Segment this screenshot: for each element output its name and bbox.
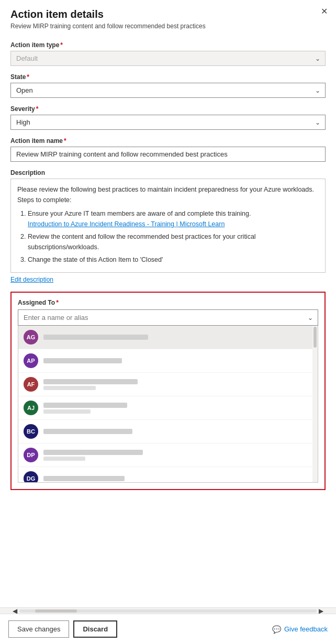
list-item[interactable]: DG [18, 467, 318, 483]
assigned-to-search-wrapper: ⌄ [18, 309, 318, 326]
state-dropdown-wrapper: Open ⌄ [10, 83, 326, 98]
action-item-name-label: Action item name* [10, 137, 326, 145]
user-name [43, 335, 148, 340]
feedback-icon: 💬 [272, 625, 281, 634]
avatar: BC [24, 424, 38, 439]
avatar: DP [24, 448, 38, 462]
list-item[interactable]: DP [18, 443, 318, 467]
description-field: Description Please review the following … [10, 169, 326, 283]
list-item[interactable]: AP [18, 349, 318, 373]
h-scroll-thumb[interactable] [35, 609, 77, 613]
severity-field: Severity* High ⌄ [10, 105, 326, 130]
user-info [43, 379, 138, 390]
user-info [43, 358, 122, 363]
description-step-1: Ensure your Azure IT team members are aw… [28, 208, 319, 229]
chevron-down-icon: ⌄ [308, 314, 313, 321]
avatar: AF [24, 377, 38, 392]
give-feedback-button[interactable]: 💬 Give feedback [272, 625, 328, 634]
description-step-3: Change the state of this Action Item to … [28, 254, 319, 265]
action-item-name-input[interactable] [10, 147, 326, 162]
description-steps: Ensure your Azure IT team members are aw… [17, 208, 319, 265]
list-item[interactable]: AJ [18, 396, 318, 420]
description-label: Description [10, 169, 326, 176]
action-item-panel: Action item details Review MIRP training… [0, 0, 336, 644]
action-item-type-field: Action item type* Default ⌄ [10, 41, 326, 66]
user-name [43, 403, 127, 408]
h-scroll-track [19, 609, 317, 613]
assigned-to-input[interactable] [18, 309, 318, 326]
footer: Save changes Discard 💬 Give feedback [0, 614, 336, 644]
action-item-type-dropdown-wrapper: Default ⌄ [10, 51, 326, 66]
avatar: AJ [24, 401, 38, 415]
panel-header: Action item details Review MIRP training… [0, 0, 336, 34]
description-link[interactable]: Introduction to Azure Incident Readiness… [28, 220, 225, 228]
user-info [43, 335, 148, 340]
user-name [43, 379, 138, 384]
state-dropdown[interactable]: Open [10, 83, 326, 98]
user-name [43, 358, 122, 363]
panel-title: Action item details [10, 8, 326, 20]
severity-dropdown-wrapper: High ⌄ [10, 115, 326, 130]
spacer [10, 490, 326, 532]
state-label: State* [10, 73, 326, 81]
list-item[interactable]: AG [18, 326, 318, 349]
close-button[interactable]: ✕ [321, 7, 328, 16]
list-item[interactable]: AF [18, 373, 318, 396]
severity-label: Severity* [10, 105, 326, 113]
description-content: Please review the following best practic… [10, 179, 326, 273]
assigned-to-label: Assigned To* [18, 299, 318, 306]
assigned-to-dropdown-list: AG AP AF [18, 326, 318, 483]
user-info [43, 450, 143, 461]
list-item[interactable]: BC [18, 420, 318, 443]
footer-actions-left: Save changes Discard [8, 620, 117, 638]
user-email [43, 457, 85, 461]
user-name [43, 450, 143, 455]
action-item-type-dropdown[interactable]: Default [10, 51, 326, 66]
action-item-type-label: Action item type* [10, 41, 326, 49]
assigned-to-section: Assigned To* ⌄ AG AP [10, 292, 326, 490]
feedback-label: Give feedback [284, 625, 328, 633]
state-field: State* Open ⌄ [10, 73, 326, 98]
horizontal-scrollbar: ◀ ▶ [0, 607, 336, 614]
user-info [43, 476, 125, 481]
severity-dropdown[interactable]: High [10, 115, 326, 130]
panel-subtitle: Review MIRP training content and follow … [10, 23, 326, 30]
user-email [43, 409, 91, 414]
user-name [43, 476, 125, 481]
avatar: AG [24, 330, 38, 345]
scrollbar-thumb[interactable] [313, 327, 317, 348]
edit-description-link[interactable]: Edit description [10, 276, 53, 283]
panel-body: Action item type* Default ⌄ State* Open … [0, 34, 336, 607]
user-email [43, 386, 96, 390]
user-info [43, 403, 127, 414]
discard-button[interactable]: Discard [73, 620, 117, 638]
avatar: DG [24, 471, 38, 483]
avatar: AP [24, 353, 38, 368]
scrollbar-track [312, 326, 318, 482]
action-item-name-field: Action item name* [10, 137, 326, 162]
description-step-2: Review the content and follow the recomm… [28, 231, 319, 252]
save-changes-button[interactable]: Save changes [8, 620, 69, 638]
user-info [43, 429, 132, 434]
user-name [43, 429, 132, 434]
